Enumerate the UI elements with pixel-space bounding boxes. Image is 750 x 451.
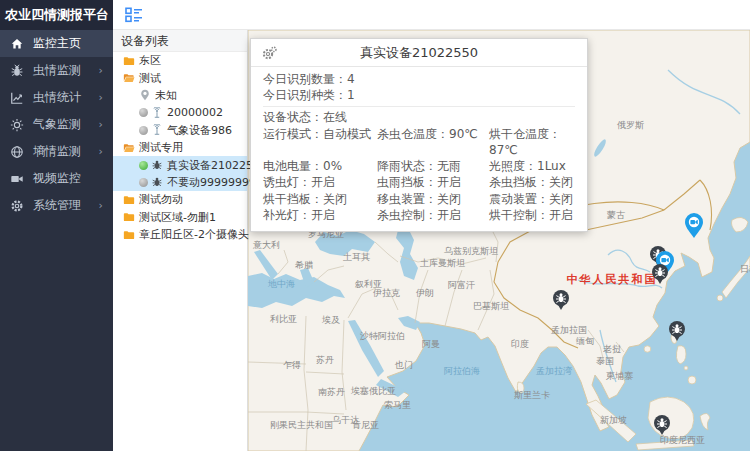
sidebar-menu: 监控主页虫情监测›虫情统计›气象监测›墒情监测›视频监控系统管理› (0, 30, 113, 219)
sidebar-collapse-icon[interactable] (125, 7, 143, 23)
folder-icon (123, 229, 135, 241)
gear-icon (10, 199, 24, 213)
metric-cell: 移虫装置：关闭 (377, 191, 489, 207)
folder-open-icon (123, 142, 135, 154)
map-label: 索马里 (384, 400, 411, 410)
metric-cell: 运行模式：自动模式 (263, 126, 377, 158)
map-label: 泰国 (596, 356, 614, 366)
metric-cell: 烘干控制：开启 (489, 207, 575, 223)
popup-header: 真实设备21022550 (251, 39, 587, 67)
sidebar-item-label: 气象监测 (33, 116, 81, 133)
sidebar-item-label: 虫情监测 (33, 62, 81, 79)
map-area: 俄罗斯蒙古哈萨克斯坦乌兹别克斯坦土库曼斯坦乌克兰罗马尼亚匈牙利捷克意大利希腊土耳… (248, 30, 750, 451)
tree-row-label: 气象设备986 (167, 123, 232, 138)
map-label: 巴基斯坦 (473, 301, 509, 311)
metric-cell: 烘干仓温度：87℃ (489, 126, 575, 158)
tree-row-folder-1[interactable]: 测试 (113, 69, 247, 86)
chevron-right-icon: › (99, 118, 103, 131)
folder-icon (123, 55, 135, 67)
sidebar-item-0[interactable]: 监控主页 (0, 30, 113, 57)
map-label: 南苏丹 (318, 387, 345, 397)
metric-cell: 降雨状态：无雨 (377, 158, 489, 174)
tree-row-device-6[interactable]: 真实设备21022550 (113, 156, 247, 173)
map-label: 阿富汗 (448, 280, 475, 290)
sidebar-item-6[interactable]: 系统管理› (0, 192, 113, 219)
sun-icon (10, 118, 24, 132)
folder-icon (123, 194, 135, 206)
status-ball-gray (139, 126, 148, 135)
popup-device-title: 真实设备21022550 (360, 44, 478, 62)
sidebar-item-2[interactable]: 虫情统计› (0, 84, 113, 111)
metric-cell: 杀虫仓温度：90℃ (377, 126, 489, 158)
metric-cell: 杀虫控制：开启 (377, 207, 489, 223)
tree-row-device-2[interactable]: 未知 (113, 87, 247, 104)
tree-row-folder-0[interactable]: 东区 (113, 52, 247, 69)
map-label: 伊朗 (416, 288, 434, 298)
device-status-row: 设备状态：在线 (263, 110, 575, 126)
metric-cell: 诱虫灯：开启 (263, 174, 377, 190)
map-label: 老挝 (603, 344, 621, 354)
tree-row-label: 东区 (139, 53, 161, 68)
device-metrics-grid: 运行模式：自动模式杀虫仓温度：90℃烘干仓温度：87℃电池电量：0%降雨状态：无… (263, 126, 575, 223)
china-country-label: 中华人民共和国 (567, 273, 658, 286)
map-label: 新加坡 (600, 415, 627, 425)
popup-body: 今日识别数量：4 今日识别种类：1 设备状态：在线 运行模式：自动模式杀虫仓温度… (251, 67, 587, 231)
sidebar-item-3[interactable]: 气象监测› (0, 111, 113, 138)
map-label: 孟加拉国 (551, 325, 587, 335)
map-label: 阿曼 (422, 339, 440, 349)
map-label: 乍得 (283, 360, 301, 370)
map-label: 利比亚 (269, 314, 297, 324)
tree-row-label: 测试勿动 (139, 192, 183, 207)
map-label: 印度尼西亚 (660, 435, 705, 445)
tree-row-device-4[interactable]: 气象设备986 (113, 122, 247, 139)
map-label: 苏丹 (316, 355, 334, 365)
sidebar-item-5[interactable]: 视频监控 (0, 165, 113, 192)
metric-cell: 光照度：1Lux (489, 158, 575, 174)
map-label: 埃塞俄比亚 (350, 386, 396, 396)
tree-row-label: 章丘阳丘区-2个摄像头 (139, 227, 249, 242)
today-count-row: 今日识别数量：4 (263, 72, 575, 88)
tree-row-device-3[interactable]: 20000002 (113, 104, 247, 121)
map-label: 俄罗斯 (617, 120, 644, 130)
bug-icon (10, 64, 24, 78)
sidebar-item-1[interactable]: 虫情监测› (0, 57, 113, 84)
home-icon (10, 37, 24, 51)
sidebar: 农业四情测报平台 监控主页虫情监测›虫情统计›气象监测›墒情监测›视频监控系统管… (0, 0, 113, 451)
metric-cell: 虫雨挡板：开启 (377, 174, 489, 190)
tree-row-folder-10[interactable]: 章丘阳丘区-2个摄像头 (113, 226, 247, 243)
tree-row-device-7[interactable]: 不要动99999999 (113, 174, 247, 191)
device-settings-gear-icon[interactable] (262, 46, 277, 61)
sidebar-item-label: 虫情统计 (33, 89, 81, 106)
map-label: 乌兹别克斯坦 (444, 246, 498, 256)
tree-row-folder-8[interactable]: 测试勿动 (113, 191, 247, 208)
metric-cell: 补光灯：开启 (263, 207, 377, 223)
weather-station-icon (151, 107, 163, 119)
tree-row-folder-5[interactable]: 测试专用 (113, 139, 247, 156)
metric-cell: 杀虫挡板：关闭 (489, 174, 575, 190)
tree-row-label: 测试专用 (139, 140, 183, 155)
map-label: 埃及 (321, 315, 340, 325)
topbar (113, 0, 750, 30)
device-info-popup: 真实设备21022550 今日识别数量：4 今日识别种类：1 设备状态：在线 运… (250, 38, 588, 232)
chart-icon (10, 91, 24, 105)
sidebar-item-label: 墒情监测 (33, 143, 81, 160)
sidebar-item-label: 视频监控 (33, 170, 81, 187)
tree-row-label: 不要动99999999 (167, 175, 256, 190)
map-label: 柬埔寨 (605, 371, 633, 381)
map-label: 日本 (740, 264, 750, 274)
tree-row-label: 测试区域-勿删1 (139, 210, 216, 225)
map-label: 希腊 (295, 260, 313, 270)
map-label: 土库曼斯坦 (420, 258, 465, 268)
map-label: 沙特阿拉伯 (359, 331, 405, 341)
map-label: 刚果民主共和国 (270, 420, 333, 430)
status-ball-gray (139, 178, 148, 187)
sidebar-item-4[interactable]: 墒情监测› (0, 138, 113, 165)
sidebar-item-label: 系统管理 (33, 197, 81, 214)
tree-row-folder-9[interactable]: 测试区域-勿删1 (113, 209, 247, 226)
globe-icon (10, 145, 24, 159)
video-icon (10, 172, 24, 186)
status-ball-gray (139, 108, 148, 117)
weather-station-icon (151, 124, 163, 136)
metric-cell: 震动装置：关闭 (489, 191, 575, 207)
status-ball-green (139, 161, 148, 170)
